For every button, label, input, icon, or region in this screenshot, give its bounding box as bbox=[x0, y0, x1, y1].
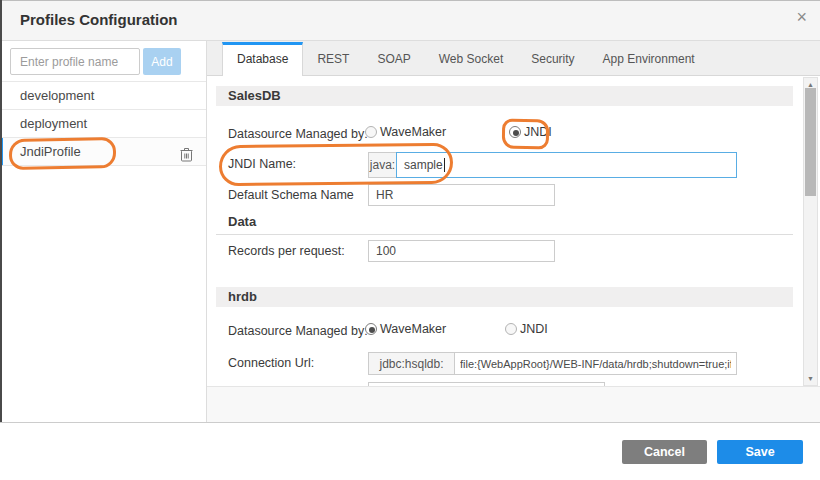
save-button[interactable]: Save bbox=[717, 440, 803, 464]
records-per-request-input[interactable] bbox=[368, 240, 555, 262]
dialog-header: Profiles Configuration × bbox=[0, 0, 820, 41]
records-per-request-label: Records per request: bbox=[228, 244, 345, 258]
scrollbar-thumb[interactable] bbox=[805, 88, 816, 196]
profile-item-label: JndiProfile bbox=[20, 144, 81, 159]
delete-profile-icon[interactable] bbox=[180, 144, 193, 171]
default-schema-input[interactable] bbox=[368, 184, 555, 206]
radio-jndi-hrdb[interactable]: JNDI bbox=[505, 322, 548, 336]
tab-database[interactable]: Database bbox=[222, 42, 303, 76]
cancel-button[interactable]: Cancel bbox=[622, 440, 707, 464]
jndi-name-value: sample bbox=[404, 158, 443, 172]
connection-url-label: Connection Url: bbox=[228, 356, 314, 370]
add-profile-button[interactable]: Add bbox=[143, 48, 181, 75]
tab-web-socket[interactable]: Web Socket bbox=[425, 43, 517, 75]
radio-wavemaker-hrdb[interactable]: WaveMaker bbox=[365, 322, 446, 336]
connection-prefix-addon: jdbc:hsqldb: bbox=[368, 352, 455, 375]
profile-list: development deployment JndiProfile bbox=[0, 81, 206, 166]
text-caret bbox=[444, 158, 445, 172]
profile-item-deployment[interactable]: deployment bbox=[0, 110, 206, 138]
radio-circle-icon bbox=[365, 323, 377, 335]
dialog-left-edge bbox=[0, 0, 2, 422]
database-tab-content: SalesDB Datasource Managed by: WaveMaker… bbox=[207, 76, 820, 386]
jndi-prefix-addon: java: bbox=[368, 152, 397, 178]
profile-item-development[interactable]: development bbox=[0, 82, 206, 110]
tab-app-environment[interactable]: App Environment bbox=[589, 43, 709, 75]
radio-jndi-salesdb[interactable]: JNDI bbox=[509, 125, 552, 139]
tab-rest[interactable]: REST bbox=[303, 43, 363, 75]
radio-circle-icon bbox=[365, 126, 377, 138]
default-schema-label: Default Schema Name bbox=[228, 188, 354, 202]
close-icon[interactable]: × bbox=[796, 8, 807, 26]
section-header-salesdb: SalesDB bbox=[216, 86, 793, 106]
content-footer-strip bbox=[207, 386, 820, 422]
profile-item-jndiprofile[interactable]: JndiProfile bbox=[0, 138, 206, 166]
radio-label: WaveMaker bbox=[380, 125, 446, 139]
jndi-name-input[interactable]: sample bbox=[396, 152, 737, 178]
profile-item-label: development bbox=[20, 88, 94, 103]
radio-wavemaker-salesdb[interactable]: WaveMaker bbox=[365, 125, 446, 139]
tab-soap[interactable]: SOAP bbox=[363, 43, 424, 75]
jndi-name-label: JNDI Name: bbox=[228, 157, 296, 171]
scroll-up-icon[interactable]: ▲ bbox=[804, 81, 817, 88]
datasource-managed-label-hrdb: Datasource Managed by: bbox=[228, 324, 368, 338]
tab-bar: Database REST SOAP Web Socket Security A… bbox=[207, 41, 820, 76]
dialog-top-edge bbox=[0, 0, 820, 1]
main-panel: Database REST SOAP Web Socket Security A… bbox=[207, 41, 820, 422]
connection-url-input[interactable] bbox=[454, 352, 737, 375]
radio-label: JNDI bbox=[524, 125, 552, 139]
dialog-title: Profiles Configuration bbox=[20, 11, 178, 28]
profile-name-input[interactable] bbox=[10, 48, 140, 75]
section-header-data: Data bbox=[216, 214, 793, 235]
tab-security[interactable]: Security bbox=[517, 43, 588, 75]
radio-circle-icon bbox=[505, 323, 517, 335]
radio-label: JNDI bbox=[520, 322, 548, 336]
profile-item-label: deployment bbox=[20, 116, 87, 131]
radio-label: WaveMaker bbox=[380, 322, 446, 336]
datasource-managed-label-salesdb: Datasource Managed by: bbox=[228, 127, 368, 141]
vertical-scrollbar[interactable]: ▲ ▼ bbox=[803, 77, 818, 386]
section-header-hrdb: hrdb bbox=[216, 287, 793, 307]
profiles-sidebar: Add development deployment JndiProfile bbox=[0, 41, 207, 422]
dialog-footer: Cancel Save bbox=[0, 422, 820, 480]
scroll-down-icon[interactable]: ▼ bbox=[804, 375, 817, 382]
radio-circle-icon bbox=[509, 126, 521, 138]
